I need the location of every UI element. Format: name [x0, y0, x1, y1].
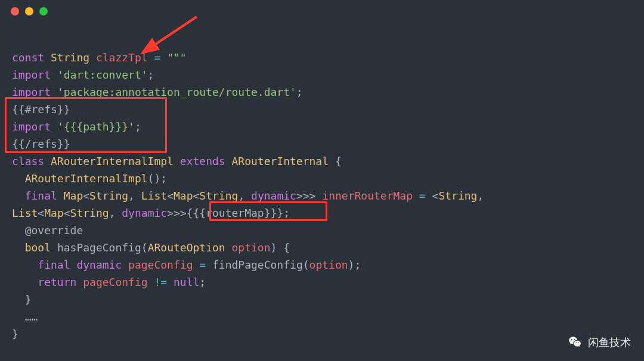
- type: ARouteOption: [148, 241, 225, 254]
- keyword: final: [25, 189, 57, 202]
- type: String: [438, 189, 477, 202]
- string: 'package:annotation_route/route.dart': [57, 86, 296, 98]
- string: 'dart:convert': [57, 69, 148, 81]
- type: Map: [64, 189, 83, 202]
- punct: ;: [148, 69, 154, 81]
- operator: =: [154, 51, 160, 64]
- punct: ;: [296, 86, 303, 98]
- keyword: import: [12, 86, 51, 98]
- function: findPageConfig: [212, 259, 303, 271]
- type: ARouterInternal: [231, 155, 329, 167]
- brace: }: [25, 293, 32, 306]
- keyword: dynamic: [122, 207, 167, 219]
- minimize-icon[interactable]: [25, 7, 33, 15]
- ellipsis: ……: [25, 310, 38, 323]
- punct: ,: [238, 189, 244, 202]
- punct: ): [348, 259, 355, 271]
- punct: ,: [109, 207, 116, 219]
- punct: >>>: [167, 207, 187, 219]
- variable: pageConfig: [83, 276, 147, 288]
- keyword: import: [12, 69, 51, 81]
- constructor: ARouterInternalImpl: [25, 172, 148, 185]
- punct: <: [432, 189, 439, 202]
- keyword: class: [12, 155, 44, 167]
- type: String: [70, 207, 109, 219]
- variable: clazzTpl: [96, 51, 148, 64]
- template-expr: {{{routerMap}}}: [187, 207, 284, 219]
- punct: ,: [128, 189, 135, 202]
- window-controls: [11, 7, 48, 15]
- code-editor[interactable]: const String clazzTpl = """ import 'dart…: [12, 49, 632, 343]
- punct: ;: [283, 207, 290, 219]
- punct: ,: [477, 189, 484, 202]
- punct: <: [64, 207, 70, 219]
- punct: <: [167, 189, 174, 202]
- type: List: [12, 207, 38, 219]
- punct: (: [141, 241, 148, 254]
- string: """: [167, 51, 187, 64]
- brace: {: [335, 155, 342, 167]
- punct: ;: [199, 276, 206, 288]
- operator: =: [419, 189, 426, 202]
- template-tag: {{/refs}}: [12, 138, 70, 150]
- function: hasPageConfig: [57, 241, 141, 254]
- type: String: [89, 189, 128, 202]
- punct: ;: [135, 120, 141, 133]
- punct: (: [303, 259, 309, 271]
- operator: =: [199, 259, 206, 271]
- type: ARouterInternalImpl: [51, 155, 174, 167]
- punct: <: [38, 207, 44, 219]
- keyword: const: [12, 51, 44, 64]
- keyword: dynamic: [251, 189, 296, 202]
- arg: option: [309, 259, 348, 271]
- brace: {: [283, 241, 290, 254]
- type: List: [141, 189, 167, 202]
- keyword: final: [38, 259, 70, 271]
- type: Map: [174, 189, 193, 202]
- svg-line-1: [152, 17, 197, 46]
- punct: ;: [354, 259, 361, 271]
- type: String: [51, 51, 89, 64]
- keyword: null: [174, 276, 199, 288]
- variable: innerRouterMap: [322, 189, 413, 202]
- punct: ();: [148, 172, 168, 185]
- punct: <: [193, 189, 200, 202]
- template-tag: {{#refs}}: [12, 103, 70, 116]
- keyword: extends: [180, 155, 225, 167]
- punct: ): [271, 241, 277, 254]
- keyword: import: [12, 120, 51, 133]
- watermark: 闲鱼技术: [568, 335, 631, 350]
- maximize-icon[interactable]: [39, 7, 48, 15]
- param: option: [232, 241, 271, 254]
- type: Map: [44, 207, 64, 219]
- type: String: [199, 189, 238, 202]
- type: bool: [25, 241, 51, 254]
- close-icon[interactable]: [11, 7, 19, 15]
- variable: pageConfig: [128, 259, 193, 271]
- operator: !=: [154, 276, 167, 288]
- keyword: return: [38, 276, 76, 288]
- string: '{{{path}}}': [57, 120, 135, 133]
- keyword: dynamic: [76, 259, 122, 271]
- punct: >>>: [296, 189, 316, 202]
- punct: <: [83, 189, 89, 202]
- brace: }: [12, 328, 18, 340]
- wechat-icon: [568, 335, 583, 350]
- watermark-text: 闲鱼技术: [588, 335, 631, 350]
- annotation: @override: [25, 224, 83, 236]
